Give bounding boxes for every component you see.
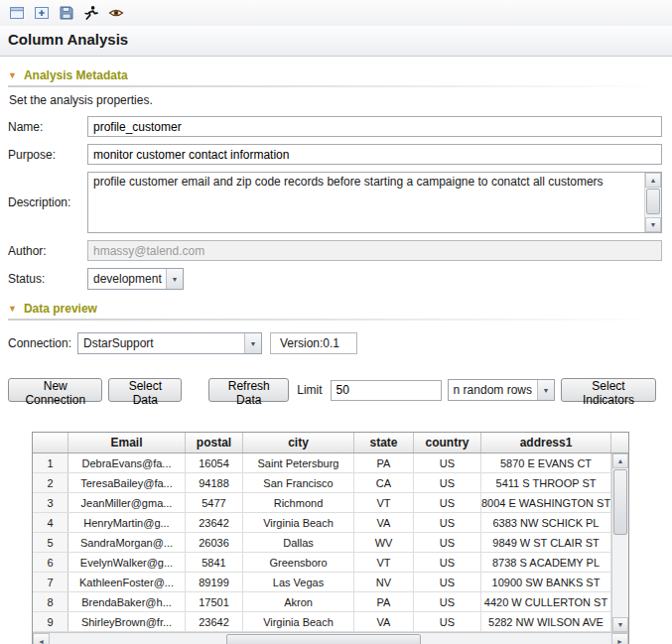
table-row[interactable]: 9ShirleyBrown@fr...23642Virginia BeachVA… [33, 612, 611, 632]
description-field[interactable]: profile customer email and zip code reco… [87, 172, 662, 233]
table-cell: Saint Petersburg [243, 453, 354, 472]
table-cell: 23642 [186, 513, 243, 532]
version-box: Version:0.1 [270, 332, 357, 354]
table-cell: 6383 NW SCHICK PL [481, 513, 611, 532]
scrollbar-thumb[interactable] [646, 189, 660, 214]
row-number: 5 [33, 533, 68, 552]
table-cell: VA [354, 513, 414, 532]
preview-section-header[interactable]: ▼ Data preview [8, 302, 662, 316]
column-header[interactable] [33, 433, 68, 452]
table-cell: PA [354, 592, 414, 611]
table-cell: 5841 [186, 553, 243, 572]
save-icon[interactable] [58, 4, 75, 22]
description-text: profile customer email and zip code reco… [88, 173, 644, 232]
row-number: 1 [33, 453, 68, 472]
metadata-section-header[interactable]: ▼ Analysis Metadata [8, 68, 662, 82]
limit-input[interactable] [331, 380, 442, 401]
column-header[interactable]: address1 [481, 433, 611, 452]
row-number: 6 [33, 553, 68, 572]
data-preview-table: Emailpostalcitystatecountryaddress1 1Deb… [32, 432, 629, 644]
table-cell: PA [354, 453, 414, 472]
scroll-right-icon[interactable]: ► [611, 633, 628, 644]
chevron-down-icon[interactable]: ▼ [166, 269, 183, 289]
chevron-down-icon[interactable]: ▼ [537, 380, 554, 400]
table-cell: 16054 [186, 453, 243, 472]
table-cell: 89199 [186, 573, 243, 591]
table-cell: CA [354, 473, 414, 492]
row-number: 4 [33, 513, 68, 532]
table-cell: HenryMartin@g... [68, 513, 186, 532]
scrollbar-track[interactable] [50, 633, 611, 644]
table-row[interactable]: 5SandraMorgan@...26036DallasWVUS9849 W S… [33, 533, 611, 553]
section-separator [8, 319, 662, 321]
table-row[interactable]: 3JeanMiller@gma...5477RichmondVTUS8004 E… [33, 493, 611, 513]
name-input[interactable] [87, 116, 662, 137]
status-value: development [88, 272, 166, 286]
table-row[interactable]: 1DebraEvans@fa...16054Saint PetersburgPA… [33, 453, 611, 473]
collapse-triangle-icon[interactable]: ▼ [8, 305, 17, 314]
scrollbar-thumb[interactable] [226, 634, 421, 644]
scroll-left-icon[interactable]: ◄ [33, 633, 50, 644]
table-row[interactable]: 6EvelynWalker@g...5841GreensboroVTUS8738… [33, 553, 611, 573]
table-cell: Dallas [243, 533, 354, 552]
column-header[interactable]: city [243, 433, 354, 452]
scrollbar-thumb[interactable] [613, 469, 627, 535]
table-row[interactable]: 4HenryMartin@g...23642Virginia BeachVAUS… [33, 513, 611, 533]
table-cell: 9849 W ST CLAIR ST [481, 533, 611, 552]
table-vertical-scrollbar[interactable]: ▲ ▼ [611, 453, 628, 632]
table-cell: 8004 E WASHINGTON ST [481, 493, 611, 512]
scroll-up-icon[interactable]: ▲ [612, 453, 628, 468]
table-cell: US [414, 573, 481, 591]
header-filler [611, 433, 628, 452]
status-label: Status: [8, 272, 87, 286]
column-header[interactable]: state [354, 433, 414, 452]
refresh-data-button[interactable]: Refresh Data [208, 378, 289, 402]
table-cell: US [414, 533, 481, 552]
status-dropdown[interactable]: development ▼ [87, 268, 184, 290]
table-cell: VA [354, 612, 414, 631]
select-indicators-button[interactable]: Select Indicators [561, 378, 656, 402]
table-cell: 17501 [186, 592, 243, 611]
scrollbar-track[interactable] [645, 188, 661, 217]
row-number: 8 [33, 592, 68, 611]
column-header[interactable]: Email [68, 433, 186, 452]
rows-mode-dropdown[interactable]: n random rows ▼ [448, 379, 555, 401]
chevron-down-icon[interactable]: ▼ [244, 333, 261, 353]
collapse-triangle-icon[interactable]: ▼ [8, 71, 17, 80]
table-cell: 5411 S THROOP ST [481, 473, 611, 492]
table-row[interactable]: 2TeresaBailey@fa...94188San FranciscoCAU… [33, 473, 611, 493]
table-cell: VT [354, 493, 414, 512]
table-row[interactable]: 8BrendaBaker@h...17501AkronPAUS4420 W CU… [33, 592, 611, 612]
table-cell: WV [354, 533, 414, 552]
select-data-button[interactable]: Select Data [108, 378, 182, 402]
scroll-up-icon[interactable]: ▲ [645, 173, 661, 188]
scroll-down-icon[interactable]: ▼ [612, 617, 628, 632]
show-results-eye-icon[interactable] [107, 4, 125, 22]
maximize-panel-icon[interactable] [33, 4, 51, 22]
purpose-input[interactable] [87, 144, 662, 165]
table-cell: 10900 SW BANKS ST [481, 573, 611, 591]
scrollbar-track[interactable] [612, 468, 628, 617]
row-number: 9 [33, 612, 68, 631]
limit-label: Limit [297, 383, 322, 397]
table-cell: US [414, 473, 481, 492]
table-cell: US [414, 592, 481, 611]
table-cell: San Francisco [243, 473, 354, 492]
run-analysis-icon[interactable] [82, 4, 100, 22]
table-horizontal-scrollbar[interactable]: ◄ ► [33, 632, 628, 644]
column-header[interactable]: country [414, 433, 481, 452]
table-cell: Virginia Beach [243, 612, 354, 631]
purpose-label: Purpose: [8, 148, 87, 162]
table-cell: Virginia Beach [243, 513, 354, 532]
column-header[interactable]: postal [186, 433, 243, 452]
connection-dropdown[interactable]: DstarSupport ▼ [77, 332, 262, 354]
table-row[interactable]: 7KathleenFoster@...89199Las VegasNVUS109… [33, 573, 611, 592]
description-scrollbar[interactable]: ▲ ▼ [644, 173, 661, 232]
new-connection-button[interactable]: New Connection [8, 378, 102, 402]
table-cell: 23642 [186, 612, 243, 631]
table-cell: KathleenFoster@... [68, 573, 186, 591]
scroll-down-icon[interactable]: ▼ [645, 217, 661, 232]
table-cell: 4420 W CULLERTON ST [481, 592, 611, 611]
table-cell: JeanMiller@gma... [68, 493, 186, 512]
restore-panel-icon[interactable] [8, 4, 26, 22]
